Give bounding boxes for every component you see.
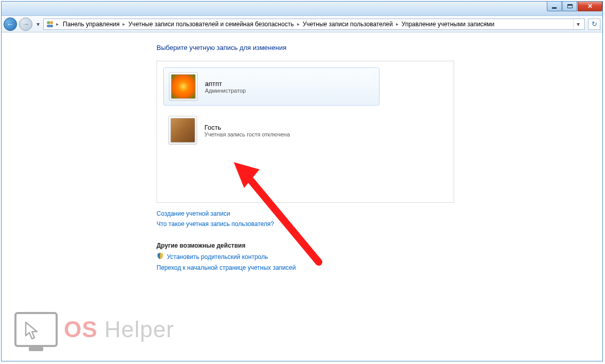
avatar — [169, 72, 198, 101]
other-actions-heading: Другие возможные действия — [157, 242, 602, 249]
nav-history-dropdown[interactable]: ▾ — [34, 19, 41, 29]
address-bar[interactable]: ▸ Панель управления ▸ Учетные записи пол… — [43, 19, 585, 30]
breadcrumb-item[interactable]: Учетные записи пользователей — [301, 20, 395, 29]
titlebar: ✕ — [2, 2, 602, 16]
breadcrumb-separator: ▸ — [395, 21, 400, 27]
content-area: Выберите учетную запись для изменения ап… — [2, 33, 602, 360]
shield-icon — [157, 252, 164, 261]
watermark-helper: Helper — [98, 317, 175, 342]
accounts-box: аптпт Администратор Гость Учетная запись… — [157, 61, 454, 203]
parental-control-row: Установить родительский контроль — [157, 252, 602, 261]
back-arrow-icon: ← — [7, 20, 14, 28]
minimize-button[interactable] — [547, 2, 562, 11]
avatar — [168, 116, 197, 145]
account-role: Администратор — [205, 88, 246, 94]
account-name: аптпт — [205, 80, 246, 88]
back-button[interactable]: ← — [4, 18, 17, 31]
refresh-button[interactable]: ↻ — [588, 19, 600, 30]
account-item-admin[interactable]: аптпт Администратор — [163, 67, 379, 106]
navbar: ← → ▾ ▸ Панель управления ▸ Учетные запи… — [2, 16, 602, 32]
svg-rect-2 — [47, 25, 53, 27]
breadcrumb-separator: ▸ — [55, 21, 60, 27]
account-item-guest[interactable]: Гость Учетная запись гостя отключена — [163, 112, 379, 149]
watermark-text: OS Helper — [64, 317, 174, 342]
user-accounts-icon — [46, 20, 54, 28]
link-create-account[interactable]: Создание учетной записи — [157, 210, 602, 217]
link-parental-control[interactable]: Установить родительский контроль — [167, 253, 268, 261]
close-icon: ✕ — [587, 3, 593, 10]
account-name: Гость — [204, 124, 290, 131]
page-title: Выберите учетную запись для изменения — [157, 44, 602, 51]
link-what-is-account[interactable]: Что такое учетная запись пользователя? — [157, 220, 602, 228]
close-button[interactable]: ✕ — [578, 2, 602, 11]
watermark: OS Helper — [14, 312, 174, 347]
breadcrumb-item[interactable]: Учетные записи пользователей и семейная … — [126, 20, 296, 29]
svg-point-1 — [50, 21, 53, 24]
forward-button[interactable]: → — [19, 18, 32, 31]
breadcrumb: Панель управления ▸ Учетные записи польз… — [61, 20, 496, 29]
avatar-flower-icon — [171, 74, 196, 99]
address-dropdown[interactable]: ▾ — [573, 19, 582, 29]
window-controls: ✕ — [547, 2, 602, 11]
breadcrumb-item[interactable]: Панель управления — [61, 20, 122, 29]
breadcrumb-separator: ▸ — [296, 21, 301, 27]
account-text: аптпт Администратор — [205, 80, 246, 94]
watermark-monitor-icon — [14, 312, 58, 347]
links-under-box: Создание учетной записи Что такое учетна… — [157, 210, 602, 228]
account-role: Учетная запись гостя отключена — [204, 131, 290, 137]
maximize-button[interactable] — [562, 2, 577, 11]
forward-arrow-icon: → — [22, 20, 29, 28]
account-text: Гость Учетная запись гостя отключена — [204, 124, 290, 137]
avatar-suitcase-icon — [170, 118, 195, 143]
breadcrumb-separator: ▸ — [122, 21, 126, 27]
link-goto-accounts-main[interactable]: Переход к начальной странице учетных зап… — [157, 264, 602, 271]
svg-point-0 — [47, 21, 50, 24]
watermark-os: OS — [64, 317, 98, 342]
breadcrumb-item[interactable]: Управление учетными записями — [400, 20, 496, 29]
minimize-icon — [552, 7, 557, 9]
maximize-icon — [567, 4, 573, 8]
window: ✕ ← → ▾ ▸ Панель управления ▸ Учетные за… — [1, 1, 603, 361]
refresh-icon: ↻ — [592, 20, 597, 28]
